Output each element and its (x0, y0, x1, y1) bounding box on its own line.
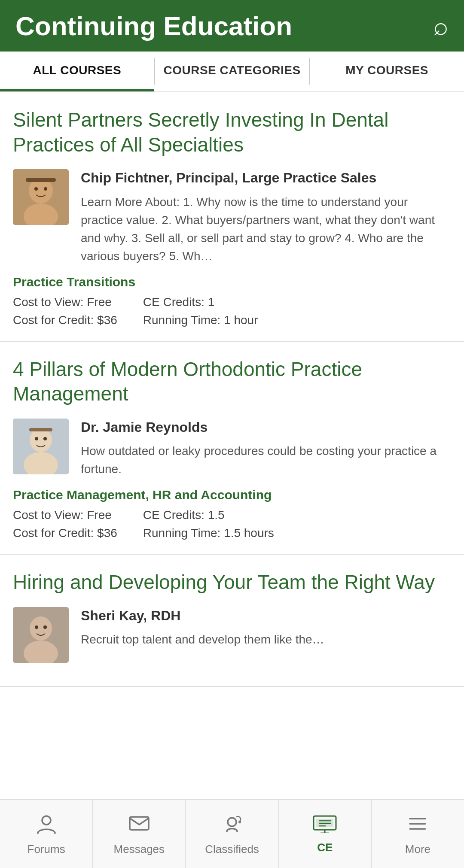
author-avatar (13, 607, 69, 663)
course-meta: Cost to View: Free Cost for Credit: $36 … (13, 508, 451, 540)
author-description: Learn More About: 1. Why now is the time… (81, 193, 451, 265)
avatar-image (13, 607, 69, 663)
nav-label-more: More (405, 843, 430, 856)
nav-item-ce[interactable]: CE (279, 800, 372, 868)
messages-icon (128, 813, 150, 838)
tab-all-courses[interactable]: ALL COURSES (0, 52, 154, 91)
running-time: Running Time: 1.5 hours (143, 526, 274, 540)
course-title: Silent Partners Secretly Investing In De… (13, 108, 451, 157)
cost-to-view: Cost to View: Free (13, 508, 117, 522)
author-name: Sheri Kay, RDH (81, 607, 451, 625)
bottom-nav: Forums Messages Classifieds (0, 799, 464, 868)
author-info: Chip Fichtner, Principal, Large Practice… (81, 169, 451, 265)
author-name: Dr. Jamie Reynolds (81, 419, 451, 437)
svg-point-7 (30, 428, 52, 452)
tab-course-categories[interactable]: COURSE CATEGORIES (155, 52, 309, 91)
svg-point-17 (42, 816, 51, 825)
cost-for-credit: Cost for Credit: $36 (13, 526, 117, 540)
course-item[interactable]: Silent Partners Secretly Investing In De… (0, 92, 464, 342)
nav-label-ce: CE (317, 841, 333, 854)
course-title: Hiring and Developing Your Team the Righ… (13, 570, 451, 595)
svg-point-10 (43, 437, 47, 440)
author-avatar (13, 419, 69, 474)
author-description: How outdated or leaky procedures could b… (81, 442, 451, 478)
page-title: Continuing Education (15, 11, 292, 41)
course-author-row: Dr. Jamie Reynolds How outdated or leaky… (13, 419, 451, 479)
course-list: Silent Partners Secretly Investing In De… (0, 92, 464, 760)
course-author-row: Sheri Kay, RDH Recruit top talent and de… (13, 607, 451, 663)
svg-point-19 (228, 818, 236, 826)
course-author-row: Chip Fichtner, Principal, Large Practice… (13, 169, 451, 265)
running-time: Running Time: 1 hour (143, 313, 258, 327)
app-header: Continuing Education ⌕ (0, 0, 464, 52)
course-meta: Cost to View: Free Cost for Credit: $36 … (13, 295, 451, 327)
nav-item-more[interactable]: More (372, 800, 464, 868)
course-item[interactable]: Hiring and Developing Your Team the Righ… (0, 555, 464, 687)
course-category: Practice Management, HR and Accounting (13, 488, 451, 502)
avatar-image (13, 169, 69, 225)
avatar-image (13, 419, 69, 474)
course-category: Practice Transitions (13, 275, 451, 289)
nav-label-messages: Messages (114, 843, 165, 856)
meta-col-right: CE Credits: 1.5 Running Time: 1.5 hours (143, 508, 274, 540)
author-info: Sheri Kay, RDH Recruit top talent and de… (81, 607, 451, 649)
ce-icon (313, 814, 337, 837)
svg-point-3 (34, 187, 38, 191)
author-name: Chip Fichtner, Principal, Large Practice… (81, 169, 451, 187)
more-icon (406, 813, 429, 838)
tab-my-courses[interactable]: MY COURSES (310, 52, 464, 91)
forums-icon (35, 813, 58, 838)
ce-credits: CE Credits: 1 (143, 295, 258, 309)
meta-col-left: Cost to View: Free Cost for Credit: $36 (13, 295, 117, 327)
svg-point-15 (35, 625, 38, 629)
meta-col-left: Cost to View: Free Cost for Credit: $36 (13, 508, 117, 540)
author-description: Recruit top talent and develop them like… (81, 631, 451, 649)
course-tabs: ALL COURSES COURSE CATEGORIES MY COURSES (0, 52, 464, 92)
cost-to-view: Cost to View: Free (13, 295, 117, 309)
author-avatar (13, 169, 69, 225)
svg-rect-5 (26, 178, 56, 182)
cost-for-credit: Cost for Credit: $36 (13, 313, 117, 327)
svg-rect-11 (29, 428, 52, 431)
svg-point-13 (30, 616, 52, 640)
author-info: Dr. Jamie Reynolds How outdated or leaky… (81, 419, 451, 479)
course-item[interactable]: 4 Pillars of Modern Orthodontic Practice… (0, 342, 464, 555)
nav-label-classifieds: Classifieds (205, 843, 259, 856)
ce-credits: CE Credits: 1.5 (143, 508, 274, 522)
svg-rect-18 (130, 817, 149, 830)
meta-col-right: CE Credits: 1 Running Time: 1 hour (143, 295, 258, 327)
search-icon[interactable]: ⌕ (433, 11, 449, 41)
nav-item-messages[interactable]: Messages (93, 800, 186, 868)
nav-label-forums: Forums (27, 843, 65, 856)
svg-point-20 (238, 821, 241, 823)
svg-point-9 (35, 437, 38, 440)
classifieds-icon (221, 813, 243, 838)
nav-item-classifieds[interactable]: Classifieds (186, 800, 278, 868)
svg-point-16 (43, 625, 47, 629)
svg-point-4 (44, 187, 47, 191)
course-title: 4 Pillars of Modern Orthodontic Practice… (13, 357, 451, 407)
nav-item-forums[interactable]: Forums (0, 800, 93, 868)
